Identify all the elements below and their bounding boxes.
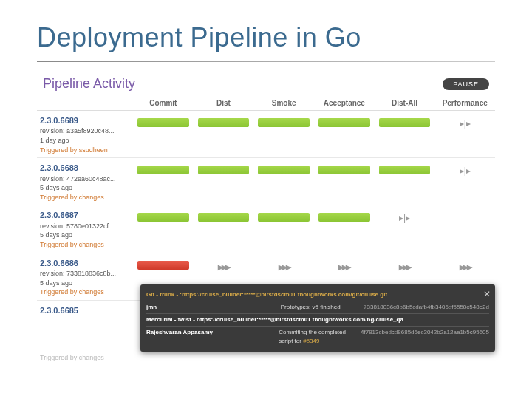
build-age: 5 days ago [40,183,133,193]
play-icon[interactable]: ▸|▸ [460,166,471,176]
build-row-partial: 2.3.0.6685 ✕ Git - trunk - :https://crui… [37,301,495,352]
tooltip-row: jmn Prototypes: v5 finished733818836c8b6… [146,301,489,314]
pipeline-app: Pipeline Activity PAUSE Commit Dist Smok… [37,73,495,363]
slide-title: Deployment Pipeline in Go [0,0,532,61]
build-trigger[interactable]: Triggered by changes [40,287,133,297]
issue-link[interactable]: #5349 [303,338,319,344]
build-revision: revision: 472ea60c48ac... [40,174,133,184]
stage-cell[interactable] [133,115,194,130]
build-info: 2.3.0.6689revision: a3a5f8920c48...1 day… [37,115,133,154]
stage-bar-green[interactable] [318,118,370,127]
stage-cell[interactable]: ▸|▸ [375,210,435,226]
stage-bar-green[interactable] [198,166,250,174]
stage-bar-green[interactable] [258,166,310,174]
build-number[interactable]: 2.3.0.6685 [40,305,133,316]
build-row: 2.3.0.6688revision: 472ea60c48ac...5 day… [37,158,495,205]
build-age: 1 day ago [40,136,133,146]
stage-bar-green[interactable] [318,213,370,222]
play-icon[interactable]: ▸|▸ [460,118,471,129]
pause-button[interactable]: PAUSE [443,78,489,90]
app-title: Pipeline Activity [43,76,135,92]
build-trigger[interactable]: Triggered by changes [40,193,133,202]
stage-cell[interactable]: ▸▸▸ [375,258,435,276]
build-revision: revision: 733818836c8b... [40,269,133,279]
build-trigger[interactable]: Triggered by ssudheen [40,146,133,155]
stage-header-dist-all: Dist-All [375,99,435,107]
build-revision: revision: 5780e01322cf... [40,222,133,231]
skip-icon[interactable]: ▸▸▸ [279,261,290,273]
stage-bar-green[interactable] [198,118,250,127]
stage-header-smoke: Smoke [253,99,314,107]
stage-bar-green[interactable] [137,118,189,127]
tooltip-row: Git - trunk - :https://cruise_builder:**… [146,289,489,301]
stage-cell[interactable]: ▸▸▸ [434,258,495,276]
stage-cell[interactable] [434,210,495,216]
tooltip-repo-header: Mercurial - twist - https://cruise_build… [146,316,489,324]
build-age: 5 days ago [40,279,133,288]
tooltip-message: Commiting the completed script for #5349 [279,328,355,346]
stage-bar-green[interactable] [258,118,310,127]
stage-cell[interactable]: ▸|▸ [434,115,495,132]
stage-bar-green[interactable] [137,213,189,222]
stage-bar-green[interactable] [379,118,431,127]
stage-cell[interactable] [253,115,314,130]
stage-header-acceptance: Acceptance [314,99,375,107]
stage-bar-green[interactable] [137,166,189,174]
tooltip-message: Prototypes: v5 finished [281,303,358,312]
stage-cell[interactable] [194,210,254,225]
stage-cell[interactable]: ▸▸▸ [253,258,314,276]
build-row: 2.3.0.6687revision: 5780e01322cf...5 day… [37,205,495,253]
stage-bar-green[interactable] [318,166,370,174]
build-number[interactable]: 2.3.0.6687 [40,210,133,221]
build-info: 2.3.0.6685 [37,305,133,316]
stage-cell[interactable] [314,210,375,225]
stage-bar-red[interactable] [137,261,189,270]
stage-cell[interactable] [253,163,314,177]
skip-icon[interactable]: ▸▸▸ [218,261,229,273]
stage-header-commit: Commit [133,99,194,107]
skip-icon[interactable]: ▸▸▸ [399,261,410,273]
build-info: 2.3.0.6687revision: 5780e01322cf...5 day… [37,210,133,249]
build-row: 2.3.0.6689revision: a3a5f8920c48...1 day… [37,111,495,158]
title-divider [37,61,495,62]
stage-bar-green[interactable] [379,166,431,174]
tooltip-row: Mercurial - twist - https://cruise_build… [146,314,489,327]
stage-bar-green[interactable] [258,213,310,222]
tooltip-row: Rajeshvaran Appasamy Commiting the compl… [146,327,489,347]
tooltip-repo-header: Git - trunk - :https://cruise_builder:**… [146,290,489,299]
stage-cell[interactable] [194,163,254,177]
app-header: Pipeline Activity PAUSE [37,73,495,95]
build-info: 2.3.0.6686revision: 733818836c8b...5 day… [37,258,133,297]
tooltip-author: Rajeshvaran Appasamy [146,328,273,346]
stage-header-dist: Dist [194,99,254,107]
stage-cell[interactable]: ▸▸▸ [314,258,375,276]
stage-cell[interactable] [133,163,194,177]
stage-cell[interactable] [133,258,194,273]
build-trigger[interactable]: Triggered by changes [40,240,133,250]
build-info: 2.3.0.6688revision: 472ea60c48ac...5 day… [37,163,133,202]
stage-cell[interactable]: ▸▸▸ [194,258,254,276]
stage-bar-green[interactable] [198,213,250,222]
close-icon[interactable]: ✕ [483,287,491,301]
stage-cell[interactable] [375,115,435,130]
stage-cell[interactable]: ▸|▸ [434,163,495,179]
stage-cell[interactable] [133,210,194,225]
build-number[interactable]: 2.3.0.6686 [40,258,133,269]
play-icon[interactable]: ▸|▸ [399,213,410,223]
skip-icon[interactable]: ▸▸▸ [338,261,349,273]
stage-cell[interactable] [314,115,375,130]
stage-header-performance: Performance [434,99,495,107]
build-revision: revision: a3a5f8920c48... [40,126,133,136]
stages-header: Commit Dist Smoke Acceptance Dist-All Pe… [37,95,495,111]
revision-tooltip: ✕ Git - trunk - :https://cruise_builder:… [140,284,495,352]
stage-cell[interactable] [194,115,254,130]
build-number[interactable]: 2.3.0.6688 [40,163,133,174]
stage-cell[interactable] [314,163,375,177]
stage-cell[interactable] [253,210,314,225]
tooltip-hash: 733818836c8b6b5cdafb4fb3406df5558c548e2d [364,303,489,312]
stage-cell[interactable] [375,163,435,177]
build-number[interactable]: 2.3.0.6689 [40,115,133,126]
faded-trigger-text: Triggered by changes [37,352,495,363]
skip-icon[interactable]: ▸▸▸ [460,261,471,273]
build-age: 5 days ago [40,231,133,240]
